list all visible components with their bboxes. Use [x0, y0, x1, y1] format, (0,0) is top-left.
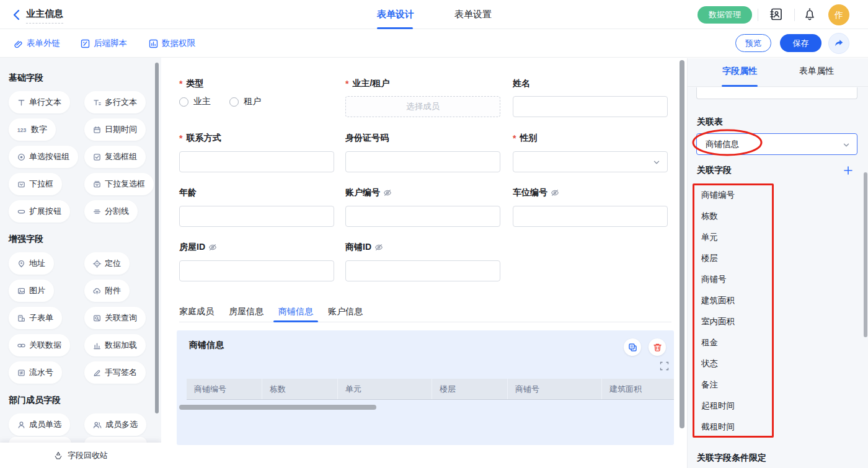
related-field-item[interactable]: 建筑面积	[701, 295, 735, 306]
related-field-item[interactable]: 商铺编号	[701, 190, 735, 201]
shop-id-input[interactable]	[345, 260, 500, 281]
name-input[interactable]	[513, 96, 668, 117]
add-related-field-button[interactable]	[843, 165, 855, 177]
delete-button[interactable]	[649, 338, 666, 356]
user-avatar[interactable]: 作	[828, 4, 849, 25]
field-item-radio-group[interactable]: 单选按钮组	[9, 146, 78, 168]
radio-option-owner[interactable]: 业主	[179, 96, 211, 107]
field-label-age: 年龄	[179, 187, 197, 198]
age-input[interactable]	[179, 206, 334, 227]
subtab-family-members[interactable]: 家庭成员	[179, 305, 214, 322]
tab-field-properties[interactable]: 字段属性	[722, 66, 757, 77]
tab-form-design[interactable]: 表单设计	[377, 0, 414, 29]
related-field-item[interactable]: 楼层	[701, 253, 718, 264]
field-item-image[interactable]: 图片	[9, 280, 54, 302]
external-link-icon	[14, 39, 23, 48]
tab-form-settings[interactable]: 表单设置	[454, 0, 492, 29]
field-item-divider[interactable]: 分割线	[84, 200, 138, 223]
section-title-enhanced-fields: 增强字段	[9, 234, 161, 245]
radio-option-tenant[interactable]: 租户	[229, 96, 261, 107]
subtab-house-info[interactable]: 房屋信息	[229, 305, 264, 322]
field-label-name: 姓名	[513, 78, 530, 89]
subtab-account-info[interactable]: 账户信息	[328, 305, 363, 322]
field-item-member-single[interactable]: 成员单选	[9, 413, 70, 436]
canvas-scrollbar[interactable]	[680, 60, 684, 428]
toolbar-link-label: 表单外链	[27, 38, 60, 49]
field-item-address[interactable]: 地址	[9, 252, 54, 275]
share-button[interactable]	[828, 33, 849, 54]
panel-scrollbar[interactable]	[864, 172, 867, 337]
subtab-shop-info[interactable]: 商铺信息	[278, 305, 313, 322]
header-divider	[794, 9, 795, 21]
multi-line-text-icon	[93, 99, 101, 107]
parking-no-input[interactable]	[513, 206, 668, 227]
related-field-condition-label: 关联字段条件限定	[697, 453, 766, 464]
save-button[interactable]: 保存	[780, 34, 822, 52]
field-item-attachment[interactable]: 附件	[84, 280, 130, 302]
member-select-field[interactable]: 选择成员	[345, 96, 500, 117]
field-item-serial-number[interactable]: 流水号	[9, 361, 62, 384]
field-item-extend-button[interactable]: 扩展按钮	[9, 200, 70, 223]
related-field-item[interactable]: 状态	[701, 358, 718, 369]
gender-select[interactable]	[513, 151, 668, 172]
related-field-item[interactable]: 室内面积	[701, 316, 735, 327]
shop-info-subtable-panel[interactable]: 商铺信息 商铺编号 栋数 单元 楼层 商铺号 建筑面积	[177, 330, 674, 445]
contacts-book-icon[interactable]	[769, 7, 784, 22]
trash-icon	[653, 343, 662, 352]
scrolled-input-partial[interactable]	[696, 87, 857, 99]
id-number-input[interactable]	[345, 151, 500, 172]
notification-bell-icon[interactable]	[802, 7, 817, 22]
field-item-single-line-text[interactable]: 单行文本	[9, 91, 70, 113]
field-item-multi-line-text[interactable]: 多行文本	[84, 91, 146, 113]
form-external-link[interactable]: 表单外链	[14, 37, 60, 50]
preview-button[interactable]: 预览	[735, 34, 771, 52]
house-id-input[interactable]	[179, 260, 334, 281]
related-field-item[interactable]: 起租时间	[701, 400, 735, 412]
linked-data-icon	[17, 342, 25, 350]
field-item-lookup[interactable]: 关联查询	[84, 307, 146, 329]
contact-input[interactable]	[179, 151, 334, 172]
type-radio-group: 业主 租户	[179, 96, 261, 107]
field-item-label: 分割线	[105, 206, 129, 217]
field-recycle-bin[interactable]: 字段回收站	[0, 443, 161, 468]
related-fields-label: 关联字段	[697, 165, 732, 176]
field-item-multi-select[interactable]: 下拉复选框	[84, 173, 154, 195]
field-item-locate[interactable]: 定位	[84, 252, 130, 275]
field-item-label: 成员单选	[29, 419, 61, 430]
back-button[interactable]	[10, 8, 24, 22]
subtable-horizontal-scrollbar[interactable]	[179, 405, 376, 410]
related-field-item[interactable]: 单元	[701, 232, 718, 243]
page-title[interactable]: 业主信息	[26, 8, 63, 24]
basic-fields-grid: 单行文本 多行文本 123 数字 日期时间 单选按钮组	[9, 91, 161, 223]
related-field-item[interactable]: 商铺号	[701, 274, 727, 285]
sidebar-scrollbar[interactable]	[155, 63, 159, 413]
related-table-select[interactable]: 商铺信息	[696, 133, 857, 155]
copy-button[interactable]	[624, 338, 641, 356]
related-field-item[interactable]: 截租时间	[701, 422, 735, 433]
related-field-item[interactable]: 栋数	[701, 211, 718, 222]
field-item-member-multi[interactable]: 成员多选	[84, 413, 146, 436]
field-item-datetime[interactable]: 日期时间	[84, 118, 146, 141]
field-item-number[interactable]: 123 数字	[9, 118, 56, 141]
data-permission-link[interactable]: 数据权限	[149, 37, 195, 50]
field-item-checkbox-group[interactable]: 复选框组	[84, 146, 146, 168]
enhanced-fields-grid: 地址 定位 图片 附件 子表单	[9, 252, 161, 384]
top-header: 业主信息 表单设计 表单设置 数据管理 作	[0, 0, 868, 29]
account-no-input[interactable]	[345, 206, 500, 227]
field-item-data-load[interactable]: 数据加载	[84, 334, 146, 356]
field-item-label: 子表单	[29, 312, 53, 324]
expand-icon[interactable]	[660, 361, 669, 371]
field-label-contact: * 联系方式	[179, 133, 221, 144]
related-field-item[interactable]: 备注	[701, 379, 718, 391]
field-item-select[interactable]: 下拉框	[9, 173, 62, 195]
plus-icon	[843, 165, 854, 176]
backend-script-link[interactable]: 后端脚本	[81, 37, 127, 50]
field-item-linked-data[interactable]: 关联数据	[9, 334, 70, 356]
field-item-subform[interactable]: 子表单	[9, 307, 62, 329]
recycle-label: 字段回收站	[68, 450, 108, 461]
locate-icon	[93, 260, 101, 268]
tab-form-properties[interactable]: 表单属性	[799, 66, 834, 77]
data-manage-button[interactable]: 数据管理	[698, 6, 752, 24]
related-field-item[interactable]: 租金	[701, 337, 718, 348]
field-item-signature[interactable]: 手写签名	[84, 361, 146, 384]
